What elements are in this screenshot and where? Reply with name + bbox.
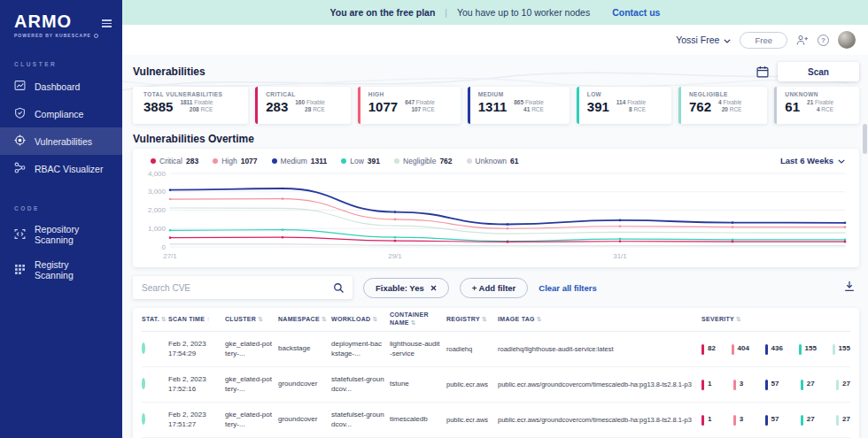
medium-dot-icon [272, 158, 277, 164]
overtime-chart-card: Critical283 High1077 Medium1311 Low391 N… [133, 149, 859, 267]
svg-text:4,000: 4,000 [148, 170, 167, 178]
col-container-name[interactable]: CONTAINER NAME⇅ [390, 311, 446, 327]
overtime-chart: 01,0002,0003,0004,00027/129/131/1 [138, 169, 850, 265]
close-icon[interactable] [430, 283, 437, 293]
status-icon [142, 413, 145, 425]
banner-divider: | [445, 8, 447, 18]
medium-severity-bar [765, 344, 768, 355]
download-icon[interactable] [843, 280, 859, 296]
high-severity-bar [733, 380, 736, 390]
worker-nodes-text: You have up to 10 worker nodes [457, 7, 590, 18]
filter-chip-label: Fixable: Yes [376, 283, 424, 293]
calendar-icon[interactable] [756, 65, 769, 78]
high-severity-bar [732, 344, 734, 355]
medium-severity-bar [765, 380, 768, 390]
add-filter-button[interactable]: + Add filter [460, 278, 529, 298]
low-severity-bar [799, 344, 802, 355]
sidebar-item-rbac-visualizer[interactable]: RBAC Visualizer [0, 155, 122, 182]
sidebar-item-label: Vulnerabilities [35, 136, 92, 147]
chevron-down-icon [838, 156, 845, 165]
contact-us-link[interactable]: Contact us [612, 7, 660, 18]
invite-user-icon[interactable] [796, 35, 809, 46]
compliance-icon [14, 107, 26, 120]
sidebar-item-dashboard[interactable]: Dashboard [0, 73, 122, 100]
search-cve-input[interactable] [133, 283, 319, 293]
table-row[interactable]: Feb 2, 202317:52:16 gke_elated-pottery-.… [142, 367, 850, 403]
armo-logo: ARMO POWERED BY KUBESCAPE [14, 12, 98, 38]
sidebar-section-cluster: CLUSTER [0, 61, 122, 67]
app-root: ARMO POWERED BY KUBESCAPE CLUSTER Dashbo… [0, 0, 868, 438]
sidebar-item-label: Repository Scanning [35, 224, 108, 245]
col-registry[interactable]: REGISTRY⇅ [446, 316, 498, 324]
low-dot-icon [341, 158, 346, 164]
sidebar-section-code: CODE [0, 205, 122, 211]
low-value: 391 [587, 100, 609, 113]
svg-text:27/1: 27/1 [163, 252, 177, 260]
sidebar: ARMO POWERED BY KUBESCAPE CLUSTER Dashbo… [0, 0, 122, 438]
free-plan-banner: You are on the free plan | You have up t… [122, 0, 868, 25]
col-namespace[interactable]: NAMESPACE⇅ [278, 316, 331, 324]
low-severity-bar [801, 380, 803, 390]
summary-card-unknown: UNKNOWN 61 21 Fixable 4 RCE [774, 87, 859, 124]
unknown-dot-icon [467, 158, 472, 164]
filter-chip-fixable[interactable]: Fixable: Yes [363, 278, 449, 298]
critical-value: 283 [266, 100, 288, 113]
sidebar-item-compliance[interactable]: Compliance [0, 100, 122, 127]
table-row[interactable]: Feb 2, 202317:51:27 gke_elated-pottery-.… [142, 403, 850, 438]
col-image-tag[interactable]: IMAGE TAG⇅ [498, 316, 701, 324]
add-filter-label: + Add filter [472, 283, 516, 293]
sidebar-item-repository-scanning[interactable]: Repository Scanning [0, 217, 122, 252]
dashboard-icon [14, 80, 26, 93]
legend-item-unknown[interactable]: Unknown61 [467, 157, 519, 165]
status-icon [142, 342, 145, 354]
col-workload[interactable]: WORKLOAD⇅ [331, 316, 390, 324]
total-value: 3885 [143, 100, 173, 113]
help-icon[interactable]: ? [818, 35, 829, 46]
page-scrollbar[interactable] [863, 124, 867, 154]
table-header: STAT.⇅ SCAN TIME↑ CLUSTER⇅ NAMESPACE⇅ WO… [142, 308, 850, 332]
negligible-severity-bar [836, 380, 839, 390]
chart-legend: Critical283 High1077 Medium1311 Low391 N… [151, 157, 518, 165]
repository-scanning-icon [14, 228, 26, 242]
legend-item-negligible[interactable]: Negligible762 [394, 157, 453, 165]
medium-severity-bar [765, 415, 768, 426]
summary-card-total: TOTAL VULNERABILITIES 3885 1811 Fixable … [133, 87, 248, 124]
legend-item-low[interactable]: Low391 [341, 157, 380, 165]
user-menu[interactable]: Yossi Free [676, 35, 731, 45]
plan-badge[interactable]: Free [740, 32, 787, 49]
summary-card-negligible: NEGLIGIBLE 762 4 Fixable 20 RCE [678, 87, 767, 124]
table-row[interactable]: Feb 2, 202317:54:29 gke_elated-pottery-.… [142, 332, 850, 367]
powered-by-kubescape: POWERED BY KUBESCAPE [14, 33, 98, 38]
sidebar-item-vulnerabilities[interactable]: Vulnerabilities [0, 127, 122, 155]
severity-cells: 1 3 57 27 27 [701, 415, 850, 426]
col-stat[interactable]: STAT.⇅ [142, 316, 168, 324]
vulnerabilities-icon [14, 134, 26, 148]
col-cluster[interactable]: CLUSTER⇅ [225, 316, 278, 324]
col-scan-time[interactable]: SCAN TIME↑ [168, 316, 225, 324]
legend-item-high[interactable]: High1077 [213, 157, 257, 165]
svg-text:2,000: 2,000 [148, 206, 167, 214]
negligible-severity-bar [833, 344, 835, 355]
overtime-title: Vulnerabilities Overtime [133, 133, 859, 145]
svg-text:3,000: 3,000 [148, 188, 167, 196]
summary-card-low: LOW 391 114 Fixable 8 RCE [577, 87, 671, 124]
svg-text:29/1: 29/1 [388, 252, 402, 260]
sidebar-item-label: Compliance [35, 109, 83, 119]
avatar[interactable] [838, 31, 856, 49]
legend-item-medium[interactable]: Medium1311 [272, 157, 328, 165]
summary-cards: TOTAL VULNERABILITIES 3885 1811 Fixable … [133, 87, 859, 124]
clear-all-filters-link[interactable]: Clear all filters [539, 283, 596, 293]
summary-card-high: HIGH 1077 647 Fixable 107 RCE [358, 87, 461, 124]
time-range-select[interactable]: Last 6 Weeks [780, 156, 845, 165]
legend-item-critical[interactable]: Critical283 [151, 157, 198, 165]
search-box [133, 276, 353, 299]
registry-scanning-icon [14, 264, 26, 277]
scan-button[interactable]: Scan [778, 62, 859, 81]
search-icon[interactable] [333, 281, 345, 297]
hamburger-icon[interactable] [102, 18, 112, 29]
svg-text:31/1: 31/1 [613, 252, 627, 260]
armo-logo-text: ARMO [14, 12, 98, 30]
sidebar-item-registry-scanning[interactable]: Registry Scanning [0, 252, 122, 288]
plan-text: You are on the free plan [330, 7, 436, 18]
col-severity[interactable]: SEVERITY⇅ [701, 316, 850, 324]
